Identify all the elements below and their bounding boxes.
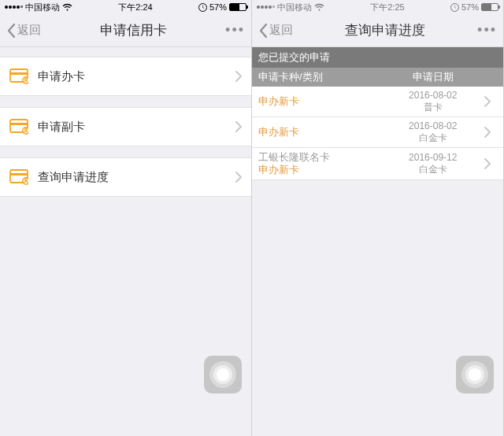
assistive-touch-icon[interactable] [456,356,494,394]
table-header-type: 申请卡种/类别 [252,70,382,84]
status-right: 57% [198,2,246,12]
card-icon [9,119,28,135]
status-right: 57% [450,2,498,12]
page-title: 申请信用卡 [100,21,167,39]
battery-percent: 57% [209,2,227,12]
wifi-icon [314,3,324,11]
chevron-right-icon [484,127,503,138]
section-header: 您已提交的申请 [252,47,503,68]
status-left: 中国移动 [5,2,72,13]
application-card-class: 白金卡 [382,132,484,144]
menu-item-label: 申请副卡 [38,120,235,135]
page-title: 查询申请进度 [345,21,425,39]
screen-apply-card: 中国移动 下午2:24 57% 返回 申请信用卡 ••• [0,0,252,436]
carrier-name: 中国移动 [25,2,60,13]
nav-bar: 返回 查询申请进度 ••• [252,14,503,47]
application-row[interactable]: 工银长隆联名卡 申办新卡 2016-09-12 白金卡 [252,148,503,180]
chevron-right-icon [484,158,503,169]
application-card-class: 白金卡 [382,164,484,176]
battery-percent: 57% [461,2,479,12]
nav-bar: 返回 申请信用卡 ••• [0,14,251,47]
status-bar: 中国移动 下午2:24 57% [0,0,251,14]
table-header-date: 申请日期 [382,70,484,84]
application-type: 申办新卡 [258,164,382,176]
menu-item-label: 查询申请进度 [38,170,235,185]
application-date: 2016-08-02 [382,90,484,102]
svg-rect-6 [10,123,28,125]
menu-item-apply-new-card[interactable]: 申请办卡 [0,57,251,96]
application-row[interactable]: 申办新卡 2016-08-02 白金卡 [252,117,503,148]
back-label: 返回 [17,23,41,38]
application-card-class: 普卡 [382,102,484,113]
battery-icon [229,3,246,11]
application-row[interactable]: 申办新卡 2016-08-02 普卡 [252,87,503,117]
application-type: 申办新卡 [258,126,382,139]
svg-rect-2 [10,72,28,75]
application-date: 2016-08-02 [382,120,484,132]
card-icon [9,169,28,185]
status-bar: 中国移动 下午2:25 57% [252,0,503,14]
wifi-icon [62,3,72,11]
chevron-left-icon [258,23,268,39]
chevron-right-icon [235,121,242,132]
more-button[interactable]: ••• [477,22,497,39]
back-button[interactable]: 返回 [6,23,41,39]
carrier-name: 中国移动 [277,2,312,13]
more-button[interactable]: ••• [225,22,245,39]
status-left: 中国移动 [257,2,324,13]
screen-query-progress: 中国移动 下午2:25 57% 返回 查询申请进度 ••• 您已提交的申请 申请… [252,0,504,436]
table-header: 申请卡种/类别 申请日期 [252,68,503,87]
content-area: 您已提交的申请 申请卡种/类别 申请日期 申办新卡 2016-08-02 普卡 … [252,47,503,436]
card-icon [9,68,28,84]
assistive-touch-icon[interactable] [204,356,242,394]
battery-icon [481,3,498,11]
content-area: 申请办卡 申请副卡 查询申请进度 [0,47,251,436]
status-time: 下午2:25 [370,2,404,13]
application-date: 2016-09-12 [382,152,484,164]
menu-item-label: 申请办卡 [38,69,235,84]
application-type: 申办新卡 [258,95,382,108]
menu-item-query-progress[interactable]: 查询申请进度 [0,157,251,197]
chevron-right-icon [235,71,242,82]
back-label: 返回 [269,23,293,38]
signal-dots-icon [5,6,23,9]
rotation-lock-icon [450,3,459,12]
signal-dots-icon [257,6,275,9]
status-time: 下午2:24 [118,2,152,13]
chevron-right-icon [484,96,503,107]
chevron-left-icon [6,23,16,39]
rotation-lock-icon [198,3,207,12]
application-card-name: 工银长隆联名卡 [258,151,382,164]
back-button[interactable]: 返回 [258,23,293,39]
chevron-right-icon [235,172,242,183]
menu-item-apply-supplementary-card[interactable]: 申请副卡 [0,107,251,146]
svg-rect-10 [10,173,28,176]
